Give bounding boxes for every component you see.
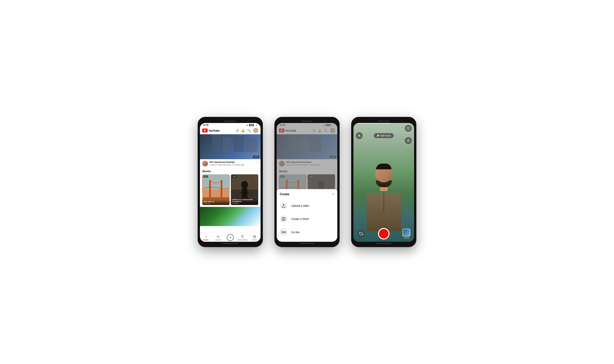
- short-card-2[interactable]: 0:28 ⋮ Gliding into weekend like #longbo…: [231, 174, 258, 205]
- timer-btn[interactable]: Timer: [405, 137, 412, 146]
- status-icons-1: ▲ ▌▌▌▌ 🔋: [246, 124, 257, 126]
- person-body: [366, 193, 401, 231]
- create-modal: Create × Upload a video: [277, 189, 337, 242]
- person-head: [375, 165, 392, 182]
- add-music-btn[interactable]: Add music: [374, 133, 394, 138]
- landscape-video-1[interactable]: [200, 207, 261, 226]
- short-name-2: Gliding into weekend like #longboard: [232, 199, 257, 203]
- create-btn-1[interactable]: +: [227, 234, 234, 241]
- status-bar-1: 12:30 ▲ ▌▌▌▌ 🔋: [200, 123, 261, 127]
- video-meta-1: Coast to Coast 3M views • 2 months ago: [209, 164, 254, 166]
- timer-svg: [406, 139, 410, 142]
- svg-rect-21: [282, 217, 285, 221]
- signal-icon: ▌▌▌▌: [249, 124, 254, 126]
- modal-item-live[interactable]: Go live: [280, 226, 334, 239]
- record-button[interactable]: [378, 228, 390, 239]
- camera-right-controls: Speed Timer: [405, 125, 412, 146]
- camera-progress-bar: [353, 123, 414, 124]
- nav-explore-1[interactable]: ◎ Explore: [212, 234, 224, 241]
- phone-2-speaker: [301, 121, 313, 122]
- upload-svg: [281, 204, 286, 208]
- building-2: [223, 137, 230, 152]
- phone-3-camera: [401, 120, 403, 122]
- short-more-1[interactable]: ⋮: [226, 175, 228, 178]
- record-inner: [379, 229, 389, 238]
- short-card-1[interactable]: 0:15 ⋮ Stay Gold 🤘 2.5 views: [202, 174, 230, 205]
- upload-label: Upload a video: [291, 204, 309, 207]
- timer-icon: [405, 137, 412, 144]
- svg-point-22: [283, 218, 284, 220]
- status-time-1: 12:30: [203, 124, 208, 126]
- modal-close-btn[interactable]: ×: [332, 192, 334, 196]
- shorts-title-1: Shorts: [202, 170, 258, 173]
- video-more-btn-1[interactable]: ⋮: [256, 161, 258, 164]
- person-shape: [364, 165, 403, 226]
- building-4: [245, 138, 257, 152]
- phone-3-bottom: [353, 242, 414, 245]
- modal-item-upload[interactable]: Upload a video: [280, 199, 334, 212]
- library-icon-1: ▤: [253, 234, 256, 238]
- nav-library-1[interactable]: ▤ Library: [249, 234, 261, 241]
- flip-camera-btn[interactable]: [357, 230, 365, 238]
- channel-avatar-inner-1: [202, 161, 208, 167]
- channel-avatar-1: [202, 161, 208, 167]
- live-svg: [281, 230, 286, 234]
- building-1: [212, 134, 221, 152]
- channel-name-1: Coast to Coast: [209, 164, 222, 166]
- music-icon: [377, 134, 379, 137]
- nav-subscriptions-1[interactable]: ☰ Subscriptions: [236, 234, 249, 241]
- svg-rect-8: [242, 188, 248, 199]
- shorts-section-1: Shorts: [200, 168, 261, 206]
- upload-label: Upload: [404, 237, 409, 239]
- phone-2: 12:30 ▲ ▌▌▌▌ 🔋 YouTube ⊡: [274, 117, 340, 247]
- modal-item-short[interactable]: Create a Short: [280, 212, 334, 226]
- camera-screen: Add music Speed: [353, 123, 414, 242]
- video-info-row-1: NYC Apartment Hunting!! Coast to Coast 3…: [200, 159, 261, 168]
- svg-rect-3: [209, 180, 211, 197]
- phone-3: Add music Speed: [351, 117, 416, 247]
- yt-header-icons-1: ⊡ 🔔 🔍 A: [236, 128, 258, 133]
- speed-svg: [406, 127, 410, 130]
- camera-bottom-bar: Upload: [353, 226, 414, 242]
- bottom-nav-1: ⌂ Home ◎ Explore + ☰ Subscriptions ▤ Lib…: [200, 233, 261, 242]
- explore-icon-1: ◎: [217, 234, 220, 238]
- avatar-1[interactable]: A: [253, 128, 258, 133]
- yt-logo-icon-1: [202, 129, 208, 132]
- yt-logo-text-1: YouTube: [208, 129, 220, 132]
- building-3: [233, 136, 244, 152]
- yt-play-triangle-1: [204, 129, 206, 132]
- subscriptions-icon-1: ☰: [241, 234, 244, 238]
- cast-icon-1[interactable]: ⊡: [236, 129, 239, 132]
- nav-library-label-1: Library: [252, 239, 257, 241]
- speed-btn[interactable]: Speed: [405, 125, 412, 134]
- svg-point-27: [378, 136, 379, 137]
- flip-svg: [359, 232, 363, 236]
- short-duration-1: 0:15: [203, 175, 208, 178]
- phone-2-screen: 12:30 ▲ ▌▌▌▌ 🔋 YouTube ⊡: [277, 123, 337, 242]
- camera-close-btn[interactable]: [356, 132, 363, 139]
- modal-title: Create: [280, 193, 289, 196]
- jacket-zipper: [384, 193, 384, 212]
- phone-2-camera: [324, 120, 326, 122]
- short-more-2[interactable]: ⋮: [255, 175, 257, 178]
- shorts-grid-1: 0:15 ⋮ Stay Gold 🤘 2.5 views: [202, 174, 258, 205]
- phone-1-speaker: [224, 121, 236, 122]
- short-duration-2: 0:28: [232, 175, 237, 178]
- home-icon-1: ⌂: [205, 234, 207, 238]
- nav-home-label-1: Home: [204, 239, 208, 241]
- phone-2-home-indicator: [299, 243, 315, 244]
- phone-3-home-indicator: [376, 243, 391, 244]
- short-name-1: Stay Gold 🤘: [203, 201, 228, 203]
- svg-point-7: [241, 181, 248, 189]
- nav-create-1[interactable]: +: [224, 234, 236, 241]
- video-thumb-1[interactable]: 10:00: [200, 134, 261, 159]
- short-views-2: 3M views: [232, 203, 257, 204]
- bell-icon-1[interactable]: 🔔: [241, 129, 245, 132]
- svg-point-26: [377, 136, 378, 137]
- upload-btn[interactable]: Upload: [403, 229, 410, 239]
- search-icon-1[interactable]: 🔍: [247, 129, 251, 132]
- add-music-label: Add music: [380, 134, 391, 137]
- phone-1: 12:30 ▲ ▌▌▌▌ 🔋 YouTube ⊡ 🔔: [198, 117, 263, 247]
- nav-home-1[interactable]: ⌂ Home: [200, 234, 212, 241]
- short-info-1: Stay Gold 🤘 2.5 views: [202, 200, 230, 205]
